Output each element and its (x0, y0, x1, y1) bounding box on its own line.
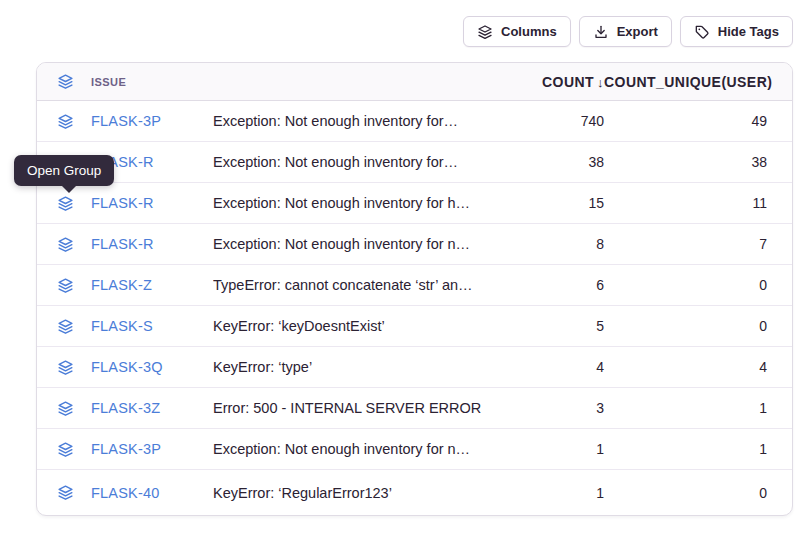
issue-title: KeyError: ‘type’ (213, 359, 494, 375)
count-value: 1 (494, 485, 604, 501)
issue-link[interactable]: FLASK-40 (91, 485, 213, 501)
count-unique-value: 38 (604, 154, 767, 170)
row-icon-cell (51, 400, 91, 417)
count-value: 3 (494, 400, 604, 416)
issue-link[interactable]: FLASK-3Z (91, 400, 213, 416)
tooltip-label: Open Group (27, 163, 101, 178)
open-group-layers-icon[interactable] (57, 359, 74, 376)
open-group-layers-icon[interactable] (57, 441, 74, 458)
table-row[interactable]: FLASK-3P Exception: Not enough inventory… (37, 101, 792, 142)
count-value: 8 (494, 236, 604, 252)
issue-link[interactable]: FLASK-R (91, 236, 213, 252)
row-icon-cell (51, 277, 91, 294)
count-header-label: COUNT (542, 74, 594, 90)
row-icon-cell (51, 113, 91, 130)
columns-button-label: Columns (501, 24, 557, 39)
open-group-layers-icon[interactable] (57, 277, 74, 294)
table-row[interactable]: FLASK-3Z Error: 500 - INTERNAL SERVER ER… (37, 388, 792, 429)
issue-title: Exception: Not enough inventory for n… (213, 441, 494, 457)
sort-descending-icon: ↓ (597, 75, 604, 90)
column-header-issue[interactable]: ISSUE (91, 76, 213, 88)
issue-link[interactable]: FLASK-3Q (91, 359, 213, 375)
table-row[interactable]: FLASK-3Q KeyError: ‘type’ 4 4 (37, 347, 792, 388)
count-value: 1 (494, 441, 604, 457)
issue-title: KeyError: ‘keyDoesntExist’ (213, 318, 494, 334)
row-icon-cell (51, 359, 91, 376)
open-group-layers-icon[interactable] (57, 484, 74, 501)
table-row[interactable]: FLASK-R Exception: Not enough inventory … (37, 224, 792, 265)
column-header-count-unique[interactable]: COUNT_UNIQUE(USER) (604, 74, 767, 90)
issue-link[interactable]: FLASK-3P (91, 441, 213, 457)
table-row[interactable]: FLASK-3P Exception: Not enough inventory… (37, 429, 792, 470)
table-row[interactable]: FLASK-R Exception: Not enough inventory … (37, 183, 792, 224)
issue-title: Exception: Not enough inventory for… (213, 113, 494, 129)
issue-link[interactable]: FLASK-Z (91, 277, 213, 293)
columns-button[interactable]: Columns (463, 16, 571, 47)
count-unique-value: 4 (604, 359, 767, 375)
count-unique-value: 1 (604, 400, 767, 416)
hide-tags-button-label: Hide Tags (718, 24, 779, 39)
tag-icon (694, 24, 710, 40)
export-button-label: Export (617, 24, 658, 39)
table-row[interactable]: FLASK-40 KeyError: ‘RegularError123’ 1 0 (37, 470, 792, 515)
issue-title: Exception: Not enough inventory for n… (213, 236, 494, 252)
count-unique-value: 7 (604, 236, 767, 252)
count-unique-value: 0 (604, 485, 767, 501)
count-unique-value: 0 (604, 277, 767, 293)
open-group-tooltip: Open Group (14, 155, 114, 186)
count-unique-value: 49 (604, 113, 767, 129)
count-value: 6 (494, 277, 604, 293)
table-body: FLASK-3P Exception: Not enough inventory… (37, 101, 792, 515)
open-group-layers-icon[interactable] (57, 236, 74, 253)
open-group-layers-icon[interactable] (57, 400, 74, 417)
layers-icon (477, 24, 493, 40)
row-icon-cell (51, 441, 91, 458)
count-value: 38 (494, 154, 604, 170)
count-value: 15 (494, 195, 604, 211)
hide-tags-button[interactable]: Hide Tags (680, 16, 793, 47)
row-icon-cell (51, 318, 91, 335)
issue-title: KeyError: ‘RegularError123’ (213, 485, 494, 501)
open-group-layers-icon[interactable] (57, 195, 74, 212)
table-row[interactable]: FLASK-R Exception: Not enough inventory … (37, 142, 792, 183)
row-icon-cell (51, 195, 91, 212)
count-value: 5 (494, 318, 604, 334)
count-value: 4 (494, 359, 604, 375)
row-icon-cell (51, 236, 91, 253)
table-header: ISSUE COUNT↓ COUNT_UNIQUE(USER) (37, 63, 792, 101)
download-icon (593, 24, 609, 40)
table-row[interactable]: FLASK-S KeyError: ‘keyDoesntExist’ 5 0 (37, 306, 792, 347)
layers-icon (57, 73, 74, 90)
issue-title: Error: 500 - INTERNAL SERVER ERROR (213, 400, 494, 416)
issue-link[interactable]: FLASK-R (91, 195, 213, 211)
count-unique-value: 0 (604, 318, 767, 334)
toolbar: Columns Export Hide Tags (463, 16, 793, 47)
row-icon-cell (51, 484, 91, 501)
issue-title: Exception: Not enough inventory for h… (213, 195, 494, 211)
issue-title: Exception: Not enough inventory for… (213, 154, 494, 170)
count-unique-value: 1 (604, 441, 767, 457)
count-unique-value: 11 (604, 195, 767, 211)
open-group-layers-icon[interactable] (57, 318, 74, 335)
column-header-count[interactable]: COUNT↓ (494, 74, 604, 90)
issue-link[interactable]: FLASK-S (91, 318, 213, 334)
results-table: ISSUE COUNT↓ COUNT_UNIQUE(USER) FLASK-3P… (36, 62, 793, 516)
open-group-layers-icon[interactable] (57, 113, 74, 130)
header-layers-icon-cell (51, 73, 91, 90)
export-button[interactable]: Export (579, 16, 672, 47)
count-value: 740 (494, 113, 604, 129)
issue-title: TypeError: cannot concatenate ‘str’ an… (213, 277, 494, 293)
table-row[interactable]: FLASK-Z TypeError: cannot concatenate ‘s… (37, 265, 792, 306)
issue-link[interactable]: FLASK-3P (91, 113, 213, 129)
